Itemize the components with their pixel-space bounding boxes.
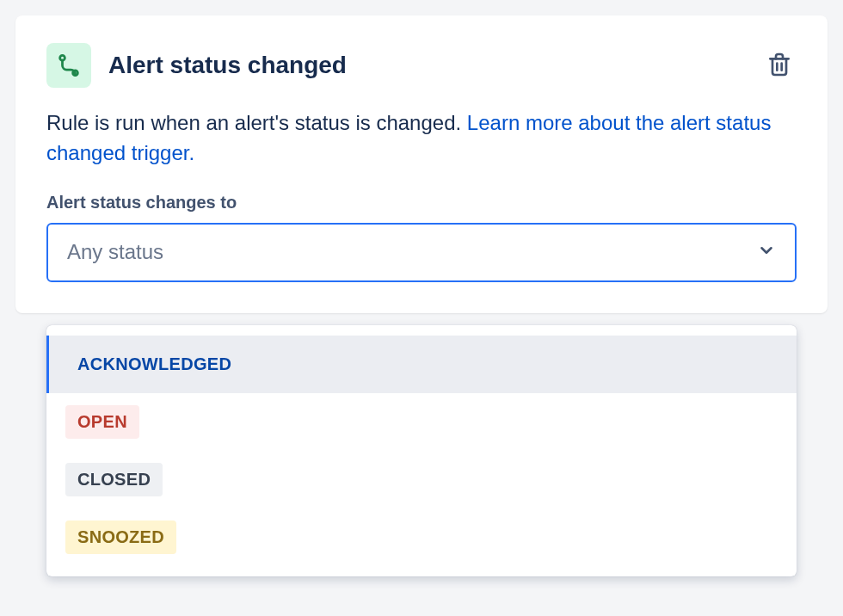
chevron-down-icon [757,241,776,263]
trigger-icon [46,43,91,88]
status-chip-open: OPEN [65,405,139,439]
card-title: Alert status changed [108,52,745,79]
select-placeholder: Any status [67,240,163,264]
description: Rule is run when an alert's status is ch… [46,108,797,169]
status-chip-closed: CLOSED [65,463,163,496]
status-chip-snoozed: SNOOZED [65,521,176,554]
field-label: Alert status changes to [46,193,797,213]
status-select[interactable]: Any status [46,223,797,282]
card-header: Alert status changed [46,43,797,88]
delete-button[interactable] [762,47,797,84]
status-dropdown: ACKNOWLEDGED OPEN CLOSED SNOOZED [46,325,797,576]
option-open[interactable]: OPEN [46,393,797,451]
trigger-card: Alert status changed Rule is run when an… [15,15,828,313]
option-closed[interactable]: CLOSED [46,451,797,508]
status-chip-acknowledged: ACKNOWLEDGED [65,348,243,381]
option-acknowledged[interactable]: ACKNOWLEDGED [46,336,797,393]
trash-icon [766,51,793,81]
option-snoozed[interactable]: SNOOZED [46,508,797,566]
description-text: Rule is run when an alert's status is ch… [46,111,467,134]
